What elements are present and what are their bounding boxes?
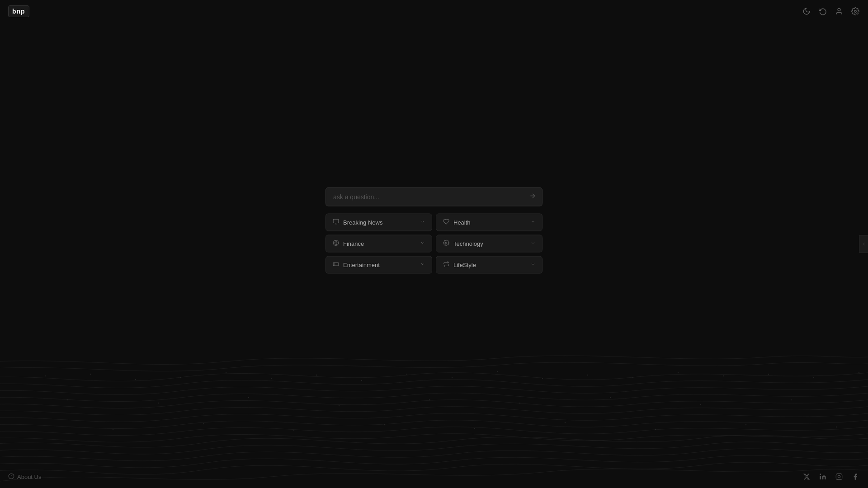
main-content: Breaking News Health: [326, 188, 542, 274]
svg-point-39: [113, 429, 113, 430]
dark-mode-icon[interactable]: [802, 7, 811, 16]
finance-chevron: [420, 240, 425, 247]
lifestyle-chevron: [530, 262, 536, 268]
svg-point-11: [45, 375, 46, 376]
svg-point-30: [67, 399, 68, 400]
svg-point-32: [248, 397, 249, 398]
category-breaking-news[interactable]: Breaking News: [326, 214, 432, 231]
svg-point-28: [813, 377, 814, 378]
svg-point-20: [452, 377, 453, 378]
about-icon: [8, 473, 14, 481]
entertainment-icon: [332, 261, 340, 269]
twitter-x-icon[interactable]: [802, 472, 811, 481]
svg-point-25: [678, 372, 679, 373]
wave-background: .wave-line { fill: none; stroke: #2a2a2a…: [0, 298, 868, 488]
category-grid: Breaking News Health: [326, 214, 542, 274]
svg-point-34: [429, 399, 430, 400]
lifestyle-label: LifeStyle: [453, 262, 476, 268]
svg-point-0: [838, 8, 840, 11]
svg-point-27: [768, 374, 769, 375]
logo-text: bnp: [8, 5, 29, 17]
svg-point-38: [791, 399, 792, 400]
svg-point-40: [203, 423, 204, 424]
svg-point-44: [565, 422, 566, 423]
svg-point-1: [854, 10, 857, 13]
search-input[interactable]: [326, 188, 542, 206]
svg-point-22: [542, 378, 543, 379]
svg-point-45: [655, 429, 656, 430]
settings-icon[interactable]: [851, 7, 860, 16]
svg-rect-53: [836, 474, 842, 479]
svg-rect-9: [333, 263, 339, 266]
category-health[interactable]: Health: [436, 214, 542, 231]
svg-point-43: [474, 428, 475, 429]
category-technology[interactable]: Technology: [436, 235, 542, 253]
health-label: Health: [453, 219, 471, 226]
about-us-link[interactable]: About Us: [8, 473, 41, 481]
svg-point-26: [723, 375, 724, 376]
technology-chevron: [530, 240, 536, 247]
svg-point-52: [820, 474, 821, 475]
svg-point-15: [226, 372, 226, 373]
side-toggle-button[interactable]: [859, 235, 868, 253]
svg-point-13: [135, 379, 136, 380]
about-us-label: About Us: [17, 474, 41, 480]
svg-point-29: [859, 372, 859, 373]
logo[interactable]: bnp: [8, 5, 29, 17]
svg-point-37: [700, 404, 701, 405]
svg-point-21: [497, 371, 498, 372]
svg-point-41: [293, 430, 294, 431]
search-container: [326, 188, 542, 206]
svg-point-46: [745, 424, 746, 425]
instagram-icon[interactable]: [835, 472, 844, 481]
svg-point-35: [519, 403, 520, 404]
entertainment-label: Entertainment: [343, 262, 380, 268]
health-chevron: [530, 219, 536, 226]
entertainment-chevron: [420, 262, 425, 268]
user-icon[interactable]: [835, 7, 844, 16]
svg-point-33: [339, 405, 340, 406]
svg-point-14: [180, 377, 181, 378]
technology-icon: [443, 240, 450, 248]
svg-point-36: [610, 397, 611, 398]
svg-point-24: [632, 377, 633, 378]
breaking-news-icon: [332, 219, 340, 226]
svg-point-16: [271, 378, 272, 379]
finance-icon: [332, 240, 340, 248]
svg-point-17: [316, 375, 317, 375]
category-entertainment[interactable]: Entertainment: [326, 256, 432, 274]
health-icon: [443, 219, 450, 226]
lifestyle-icon: [443, 261, 450, 269]
svg-point-47: [836, 427, 837, 427]
history-icon[interactable]: [818, 7, 827, 16]
category-lifestyle[interactable]: LifeStyle: [436, 256, 542, 274]
header: bnp: [0, 0, 868, 23]
svg-point-31: [158, 403, 159, 404]
footer: About Us: [0, 465, 868, 488]
finance-label: Finance: [343, 240, 364, 247]
svg-rect-51: [820, 476, 821, 479]
svg-point-8: [445, 242, 447, 244]
linkedin-icon[interactable]: [818, 472, 827, 481]
category-finance[interactable]: Finance: [326, 235, 432, 253]
svg-point-42: [384, 424, 385, 425]
svg-point-12: [90, 374, 91, 375]
svg-point-23: [587, 375, 588, 375]
social-icons: [802, 472, 860, 481]
svg-point-18: [361, 380, 362, 381]
svg-rect-3: [333, 219, 339, 223]
technology-label: Technology: [453, 240, 483, 247]
breaking-news-label: Breaking News: [343, 219, 382, 226]
svg-point-19: [406, 374, 407, 375]
breaking-news-chevron: [420, 219, 425, 226]
facebook-icon[interactable]: [851, 472, 860, 481]
header-icons: [802, 7, 860, 16]
